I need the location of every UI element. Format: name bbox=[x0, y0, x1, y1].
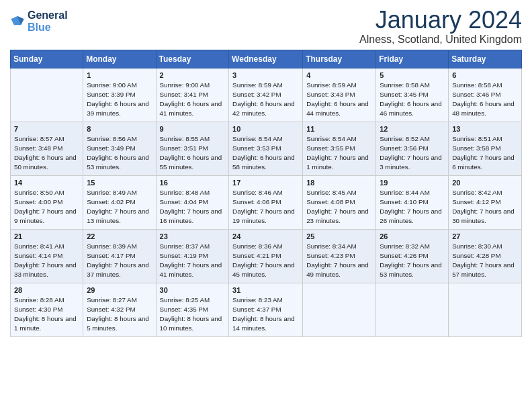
title-block: January 2024 Alness, Scotland, United Ki… bbox=[359, 7, 522, 46]
calendar-week-row: 7Sunrise: 8:57 AM Sunset: 3:48 PM Daylig… bbox=[11, 122, 522, 175]
day-info: Sunrise: 8:52 AM Sunset: 3:56 PM Dayligh… bbox=[380, 134, 445, 173]
day-number: 13 bbox=[452, 125, 518, 133]
calendar-cell: 24Sunrise: 8:36 AM Sunset: 4:21 PM Dayli… bbox=[229, 229, 303, 283]
calendar-cell bbox=[376, 283, 449, 336]
day-info: Sunrise: 8:39 AM Sunset: 4:17 PM Dayligh… bbox=[87, 242, 152, 280]
day-info: Sunrise: 8:25 AM Sunset: 4:35 PM Dayligh… bbox=[160, 295, 226, 334]
day-number: 15 bbox=[87, 179, 152, 187]
day-number: 11 bbox=[306, 125, 372, 133]
calendar-cell: 28Sunrise: 8:28 AM Sunset: 4:30 PM Dayli… bbox=[11, 283, 83, 336]
day-info: Sunrise: 8:46 AM Sunset: 4:06 PM Dayligh… bbox=[232, 188, 299, 226]
weekday-header: Sunday bbox=[11, 50, 83, 68]
day-info: Sunrise: 8:56 AM Sunset: 3:49 PM Dayligh… bbox=[87, 134, 152, 173]
day-number: 12 bbox=[380, 125, 445, 133]
calendar-cell: 16Sunrise: 8:48 AM Sunset: 4:04 PM Dayli… bbox=[156, 175, 229, 229]
calendar-cell: 21Sunrise: 8:41 AM Sunset: 4:14 PM Dayli… bbox=[11, 229, 83, 283]
calendar-cell bbox=[303, 283, 376, 336]
day-number: 7 bbox=[14, 125, 79, 133]
calendar-cell: 15Sunrise: 8:49 AM Sunset: 4:02 PM Dayli… bbox=[83, 175, 156, 229]
day-info: Sunrise: 8:36 AM Sunset: 4:21 PM Dayligh… bbox=[232, 242, 299, 280]
location: Alness, Scotland, United Kingdom bbox=[359, 34, 522, 46]
calendar-cell: 17Sunrise: 8:46 AM Sunset: 4:06 PM Dayli… bbox=[229, 175, 303, 229]
calendar-week-row: 21Sunrise: 8:41 AM Sunset: 4:14 PM Dayli… bbox=[11, 229, 522, 283]
day-number: 8 bbox=[87, 125, 152, 133]
page-header: General Blue January 2024 Alness, Scotla… bbox=[10, 7, 522, 46]
calendar-cell: 6Sunrise: 8:58 AM Sunset: 3:46 PM Daylig… bbox=[449, 68, 522, 122]
day-number: 1 bbox=[87, 71, 152, 79]
weekday-header: Wednesday bbox=[229, 50, 303, 68]
calendar-cell: 26Sunrise: 8:32 AM Sunset: 4:26 PM Dayli… bbox=[376, 229, 449, 283]
day-number: 20 bbox=[452, 179, 518, 187]
calendar-cell: 23Sunrise: 8:37 AM Sunset: 4:19 PM Dayli… bbox=[156, 229, 229, 283]
month-title: January 2024 bbox=[359, 7, 522, 34]
day-number: 10 bbox=[232, 125, 299, 133]
day-info: Sunrise: 8:32 AM Sunset: 4:26 PM Dayligh… bbox=[380, 242, 445, 280]
calendar-cell: 8Sunrise: 8:56 AM Sunset: 3:49 PM Daylig… bbox=[83, 122, 156, 175]
weekday-header: Thursday bbox=[303, 50, 376, 68]
calendar-cell: 25Sunrise: 8:34 AM Sunset: 4:23 PM Dayli… bbox=[303, 229, 376, 283]
day-info: Sunrise: 8:37 AM Sunset: 4:19 PM Dayligh… bbox=[160, 242, 226, 280]
calendar-table: SundayMondayTuesdayWednesdayThursdayFrid… bbox=[10, 50, 522, 337]
day-info: Sunrise: 8:59 AM Sunset: 3:42 PM Dayligh… bbox=[232, 81, 299, 119]
calendar-week-row: 1Sunrise: 9:00 AM Sunset: 3:39 PM Daylig… bbox=[11, 68, 522, 122]
calendar-cell: 5Sunrise: 8:58 AM Sunset: 3:45 PM Daylig… bbox=[376, 68, 449, 122]
weekday-header: Monday bbox=[83, 50, 156, 68]
day-info: Sunrise: 8:59 AM Sunset: 3:43 PM Dayligh… bbox=[306, 81, 372, 119]
day-info: Sunrise: 8:58 AM Sunset: 3:45 PM Dayligh… bbox=[380, 81, 445, 119]
calendar-cell: 1Sunrise: 9:00 AM Sunset: 3:39 PM Daylig… bbox=[83, 68, 156, 122]
day-info: Sunrise: 8:34 AM Sunset: 4:23 PM Dayligh… bbox=[306, 242, 372, 280]
day-number: 25 bbox=[306, 232, 372, 240]
day-number: 29 bbox=[87, 286, 152, 294]
logo-text: General Blue bbox=[28, 9, 68, 34]
day-info: Sunrise: 8:54 AM Sunset: 3:55 PM Dayligh… bbox=[306, 134, 372, 173]
calendar-cell bbox=[449, 283, 522, 336]
day-info: Sunrise: 8:41 AM Sunset: 4:14 PM Dayligh… bbox=[14, 242, 79, 280]
day-info: Sunrise: 9:00 AM Sunset: 3:41 PM Dayligh… bbox=[160, 81, 226, 119]
day-number: 27 bbox=[452, 232, 518, 240]
calendar-cell: 31Sunrise: 8:23 AM Sunset: 4:37 PM Dayli… bbox=[229, 283, 303, 336]
weekday-header: Tuesday bbox=[156, 50, 229, 68]
calendar-cell: 9Sunrise: 8:55 AM Sunset: 3:51 PM Daylig… bbox=[156, 122, 229, 175]
calendar-week-row: 28Sunrise: 8:28 AM Sunset: 4:30 PM Dayli… bbox=[11, 283, 522, 336]
weekday-header: Saturday bbox=[449, 50, 522, 68]
day-info: Sunrise: 8:50 AM Sunset: 4:00 PM Dayligh… bbox=[14, 188, 79, 226]
calendar-cell: 3Sunrise: 8:59 AM Sunset: 3:42 PM Daylig… bbox=[229, 68, 303, 122]
day-info: Sunrise: 8:51 AM Sunset: 3:58 PM Dayligh… bbox=[452, 134, 518, 173]
day-number: 18 bbox=[306, 179, 372, 187]
day-info: Sunrise: 9:00 AM Sunset: 3:39 PM Dayligh… bbox=[87, 81, 152, 119]
day-number: 14 bbox=[14, 179, 79, 187]
day-number: 16 bbox=[160, 179, 226, 187]
calendar-cell bbox=[11, 68, 83, 122]
day-info: Sunrise: 8:58 AM Sunset: 3:46 PM Dayligh… bbox=[452, 81, 518, 119]
day-number: 2 bbox=[160, 71, 226, 79]
day-number: 23 bbox=[160, 232, 226, 240]
day-number: 3 bbox=[232, 71, 299, 79]
day-number: 26 bbox=[380, 232, 445, 240]
day-info: Sunrise: 8:28 AM Sunset: 4:30 PM Dayligh… bbox=[14, 295, 79, 334]
day-info: Sunrise: 8:42 AM Sunset: 4:12 PM Dayligh… bbox=[452, 188, 518, 226]
day-info: Sunrise: 8:55 AM Sunset: 3:51 PM Dayligh… bbox=[160, 134, 226, 173]
day-number: 4 bbox=[306, 71, 372, 79]
calendar-cell: 20Sunrise: 8:42 AM Sunset: 4:12 PM Dayli… bbox=[449, 175, 522, 229]
day-info: Sunrise: 8:27 AM Sunset: 4:32 PM Dayligh… bbox=[87, 295, 152, 334]
day-number: 17 bbox=[232, 179, 299, 187]
day-number: 28 bbox=[14, 286, 79, 294]
calendar-cell: 18Sunrise: 8:45 AM Sunset: 4:08 PM Dayli… bbox=[303, 175, 376, 229]
day-number: 5 bbox=[380, 71, 445, 79]
day-number: 21 bbox=[14, 232, 79, 240]
day-number: 31 bbox=[232, 286, 299, 294]
calendar-cell: 14Sunrise: 8:50 AM Sunset: 4:00 PM Dayli… bbox=[11, 175, 83, 229]
day-info: Sunrise: 8:44 AM Sunset: 4:10 PM Dayligh… bbox=[380, 188, 445, 226]
calendar-header: SundayMondayTuesdayWednesdayThursdayFrid… bbox=[11, 50, 522, 68]
calendar-cell: 11Sunrise: 8:54 AM Sunset: 3:55 PM Dayli… bbox=[303, 122, 376, 175]
calendar-cell: 7Sunrise: 8:57 AM Sunset: 3:48 PM Daylig… bbox=[11, 122, 83, 175]
day-info: Sunrise: 8:23 AM Sunset: 4:37 PM Dayligh… bbox=[232, 295, 299, 334]
day-number: 6 bbox=[452, 71, 518, 79]
weekday-header: Friday bbox=[376, 50, 449, 68]
calendar-cell: 29Sunrise: 8:27 AM Sunset: 4:32 PM Dayli… bbox=[83, 283, 156, 336]
day-info: Sunrise: 8:45 AM Sunset: 4:08 PM Dayligh… bbox=[306, 188, 372, 226]
day-number: 22 bbox=[87, 232, 152, 240]
day-info: Sunrise: 8:48 AM Sunset: 4:04 PM Dayligh… bbox=[160, 188, 226, 226]
calendar-cell: 19Sunrise: 8:44 AM Sunset: 4:10 PM Dayli… bbox=[376, 175, 449, 229]
logo-icon bbox=[10, 14, 25, 29]
